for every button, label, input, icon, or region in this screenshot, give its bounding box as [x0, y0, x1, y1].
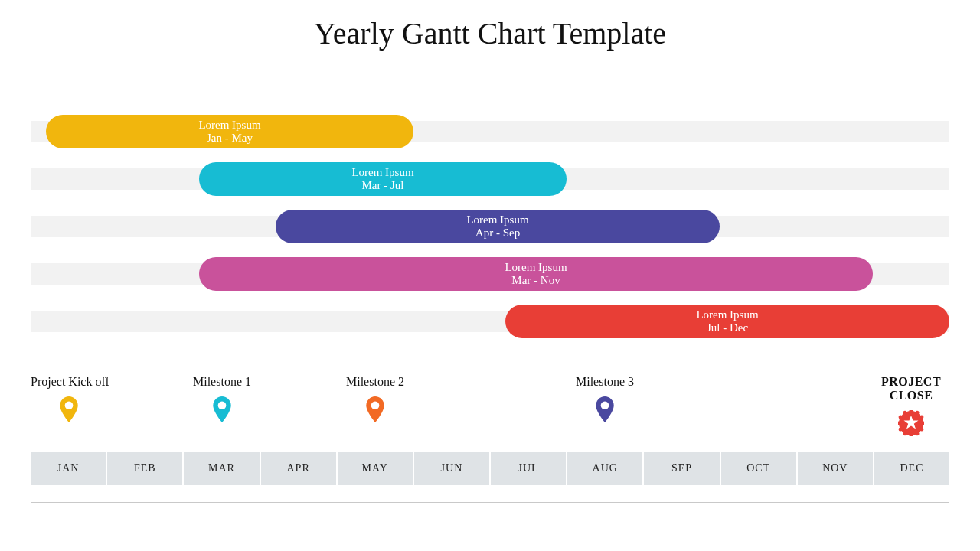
svg-point-0 — [65, 401, 74, 409]
bar-title: Lorem Ipsum — [199, 166, 567, 179]
svg-point-15 — [916, 411, 920, 415]
gantt-row: Lorem IpsumMar - Jul — [31, 162, 949, 196]
month-cell-sep: SEP — [644, 452, 719, 485]
month-cell-aug: AUG — [567, 452, 642, 485]
bar-title: Lorem Ipsum — [505, 308, 949, 321]
milestone-area: Project Kick offMilestone 1Milestone 2Mi… — [31, 375, 949, 444]
milestone: Milestone 1 — [184, 375, 260, 425]
slide-title: Yearly Gantt Chart Template — [0, 15, 980, 51]
svg-point-16 — [920, 416, 923, 419]
svg-point-7 — [916, 432, 920, 435]
milestone: PROJECTCLOSE — [873, 375, 949, 436]
map-pin-icon — [595, 396, 615, 422]
svg-point-9 — [903, 432, 907, 435]
bar-range: Jan - May — [46, 132, 413, 145]
svg-point-2 — [371, 401, 380, 409]
month-axis: JANFEBMARAPRMAYJUNJULAUGSEPOCTNOVDEC — [31, 452, 949, 485]
svg-point-13 — [903, 411, 907, 415]
svg-point-6 — [920, 428, 923, 432]
milestone-label: Milestone 1 — [184, 375, 260, 389]
gantt-row: Lorem IpsumJan - May — [31, 115, 949, 148]
month-cell-apr: APR — [261, 452, 336, 485]
gantt-row: Lorem IpsumMar - Nov — [31, 257, 949, 291]
bar-range: Apr - Sep — [276, 227, 720, 240]
map-pin-icon — [212, 396, 232, 422]
milestone-label: Milestone 2 — [337, 375, 413, 389]
month-cell-jul: JUL — [491, 452, 566, 485]
gantt-bar: Lorem IpsumMar - Jul — [199, 162, 567, 196]
month-cell-may: MAY — [338, 452, 413, 485]
gantt-row: Lorem IpsumJul - Dec — [31, 305, 949, 338]
gantt-slide: { "title": "Yearly Gantt Chart Template"… — [0, 0, 980, 551]
bar-title: Lorem Ipsum — [46, 119, 413, 132]
milestone: Project Kick off — [31, 375, 107, 425]
month-cell-oct: OCT — [721, 452, 796, 485]
gantt-row: Lorem IpsumApr - Sep — [31, 210, 949, 243]
month-cell-nov: NOV — [798, 452, 873, 485]
svg-point-10 — [899, 428, 903, 432]
bar-title: Lorem Ipsum — [199, 261, 873, 274]
month-cell-jan: JAN — [31, 452, 106, 485]
svg-point-3 — [601, 401, 609, 409]
axis-baseline — [31, 502, 949, 503]
gantt-bars-area: Lorem IpsumJan - MayLorem IpsumMar - Jul… — [31, 115, 949, 352]
map-pin-icon — [365, 396, 385, 422]
milestone: Milestone 2 — [337, 375, 413, 425]
svg-point-1 — [218, 401, 227, 409]
milestone-label: Milestone 3 — [567, 375, 643, 389]
gantt-bar: Lorem IpsumJan - May — [46, 115, 413, 148]
gantt-bar: Lorem IpsumMar - Nov — [199, 257, 873, 291]
month-cell-feb: FEB — [107, 452, 182, 485]
gantt-bar: Lorem IpsumApr - Sep — [276, 210, 720, 243]
bar-title: Lorem Ipsum — [276, 214, 720, 227]
month-cell-dec: DEC — [874, 452, 949, 485]
milestone: Milestone 3 — [567, 375, 643, 425]
milestone-label: Project Kick off — [31, 375, 107, 389]
bar-range: Mar - Nov — [199, 274, 873, 287]
gantt-bar: Lorem IpsumJul - Dec — [505, 305, 949, 338]
bar-range: Mar - Jul — [199, 179, 567, 192]
map-pin-icon — [59, 396, 79, 422]
milestone-label: PROJECTCLOSE — [873, 375, 949, 403]
star-badge-icon — [898, 410, 924, 436]
svg-point-12 — [899, 416, 903, 419]
month-cell-mar: MAR — [184, 452, 259, 485]
bar-range: Jul - Dec — [505, 321, 949, 334]
month-cell-jun: JUN — [414, 452, 489, 485]
